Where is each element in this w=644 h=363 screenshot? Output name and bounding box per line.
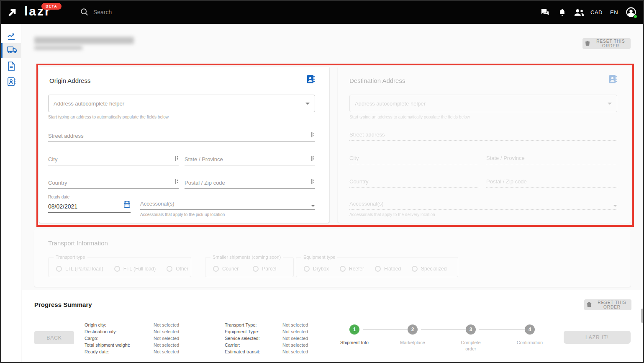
step-connector	[479, 329, 526, 330]
origin-city-input[interactable]: City	[48, 155, 179, 165]
radio-circle-icon	[253, 266, 259, 272]
search-icon[interactable]	[80, 8, 89, 18]
step-3-circle[interactable]: 3	[466, 324, 476, 335]
step-2-circle[interactable]: 2	[408, 324, 418, 335]
shipments-truck-icon	[7, 45, 18, 57]
chevron-down-icon	[311, 205, 315, 207]
progress-summary-title: Progress Summary	[34, 301, 92, 308]
destination-city-input: City	[349, 155, 479, 164]
destination-accessorials-helper: Accessorials that apply to the delivery …	[349, 212, 435, 217]
origin-postal-input[interactable]: Postal / Zip code	[185, 178, 315, 189]
left-sidebar	[1, 24, 21, 363]
origin-title: Origin Address	[49, 77, 90, 84]
origin-accessorials-select[interactable]: Accessorial(s)	[140, 201, 315, 210]
origin-address-book-icon[interactable]	[306, 74, 315, 86]
ready-date-input[interactable]: 08/02/2021	[48, 201, 131, 213]
progress-summary-section: Progress Summary RESET THIS ORDER BACK O…	[22, 290, 644, 363]
radio-circle-icon	[114, 266, 120, 272]
app-window: lazr BETA Search CAD EN	[0, 0, 644, 363]
language-selector[interactable]: EN	[610, 9, 618, 15]
origin-street-input[interactable]: Street address	[48, 131, 315, 142]
scrollbar-thumb[interactable]	[641, 309, 643, 323]
transport-title: Transport Information	[48, 239, 108, 247]
summary-values-right: Not selected Not selected Not selected N…	[282, 322, 328, 355]
radio-circle-icon	[412, 266, 418, 272]
smaller-shipments-fieldset: Smaller shipments (coming soon) Courier …	[205, 257, 294, 277]
page-subtitle-redacted	[34, 46, 82, 50]
page-title-redacted	[34, 37, 134, 44]
origin-autocomplete-helper: Start typing an address to automatically…	[48, 115, 169, 119]
field-adornment-icon	[311, 178, 315, 186]
step-3-label: Complete order	[456, 340, 485, 352]
radio-ltl: LTL (Partial load)	[56, 266, 103, 272]
destination-state-input: State / Province	[486, 155, 617, 164]
destination-country-input: Country	[349, 178, 479, 188]
step-connector	[421, 329, 467, 330]
search-input[interactable]: Search	[93, 9, 112, 15]
chat-icon[interactable]	[540, 8, 549, 19]
step-1-label: Shipment Info	[339, 340, 370, 346]
reset-order-button-top[interactable]: RESET THIS ORDER	[582, 38, 631, 49]
beta-badge: BETA	[41, 3, 62, 10]
equipment-type-fieldset: Equipment type Drybox Reefer Flatbed Spe…	[296, 257, 458, 277]
trash-icon	[585, 41, 590, 47]
origin-autocomplete-select[interactable]: Address autocomplete helper	[48, 95, 315, 112]
sidebar-item-contacts[interactable]	[1, 75, 21, 90]
destination-address-book-icon	[608, 74, 617, 86]
analytics-chart-icon	[6, 31, 16, 43]
field-adornment-icon	[175, 178, 179, 186]
destination-autocomplete-helper: Start typing an address to automatically…	[349, 115, 470, 119]
origin-accessorials-helper: Accessorials that apply to the pick-up l…	[140, 212, 225, 217]
field-adornment-icon	[175, 155, 179, 162]
step-1-circle[interactable]: 1	[349, 324, 359, 335]
radio-circle-icon	[304, 266, 310, 272]
summary-labels-right: Transport Type: Equipment Type: Service …	[225, 322, 283, 355]
origin-address-card: Origin Address Address autocomplete help…	[39, 67, 329, 223]
radio-specialized: Specialized	[412, 266, 446, 272]
notifications-bell-icon[interactable]	[558, 8, 567, 19]
radio-circle-icon	[213, 266, 219, 272]
origin-country-input[interactable]: Country	[48, 178, 179, 189]
chevron-down-icon	[305, 103, 310, 105]
step-4-circle[interactable]: 4	[525, 324, 535, 335]
step-connector	[363, 329, 409, 330]
destination-accessorials-select: Accessorial(s)	[349, 201, 617, 210]
step-2-label: Marketplace	[395, 340, 430, 346]
currency-selector[interactable]: CAD	[590, 9, 603, 15]
chevron-down-icon	[613, 205, 617, 207]
reset-order-button-bottom[interactable]: RESET THIS ORDER	[584, 299, 631, 310]
field-adornment-icon	[311, 155, 315, 162]
destination-address-card: Destination Address Address autocomplete…	[338, 67, 631, 223]
people-icon[interactable]	[574, 8, 585, 18]
radio-flatbed: Flatbed	[375, 266, 401, 272]
sidebar-item-shipments[interactable]	[1, 43, 21, 58]
radio-parcel: Parcel	[253, 266, 276, 272]
destination-street-input: Street address	[349, 131, 617, 141]
origin-state-input[interactable]: State / Province	[185, 155, 315, 165]
sidebar-item-analytics[interactable]	[1, 29, 21, 44]
ready-date-label: Ready date	[48, 195, 69, 199]
radio-ftl: FTL (Full load)	[114, 266, 156, 272]
back-button[interactable]: BACK	[34, 331, 74, 344]
documents-icon	[7, 61, 16, 73]
step-4-label: Confirmation	[511, 340, 548, 346]
online-status-dot	[634, 15, 637, 18]
radio-circle-icon	[167, 266, 172, 272]
radio-circle-icon	[375, 266, 381, 272]
field-adornment-icon	[311, 131, 315, 139]
summary-values-left: Not selected Not selected Not selected N…	[154, 322, 200, 355]
summary-labels-left: Origin city: Destination city: Cargo: To…	[85, 322, 154, 355]
logo-arrow-icon[interactable]	[7, 7, 18, 20]
calendar-icon[interactable]	[123, 201, 131, 210]
lazr-it-button[interactable]: LAZR IT!	[564, 331, 631, 344]
transport-type-fieldset: Transport type LTL (Partial load) FTL (F…	[48, 257, 191, 277]
contacts-book-icon	[7, 77, 16, 88]
destination-title: Destination Address	[349, 77, 405, 84]
radio-reefer: Reefer	[340, 266, 364, 272]
destination-postal-input: Postal / Zip code	[486, 178, 617, 188]
radio-drybox: Drybox	[304, 266, 329, 272]
sidebar-item-documents[interactable]	[1, 59, 21, 75]
radio-courier: Courier	[213, 266, 239, 272]
radio-circle-icon	[56, 266, 62, 272]
destination-autocomplete-select: Address autocomplete helper	[349, 95, 617, 112]
